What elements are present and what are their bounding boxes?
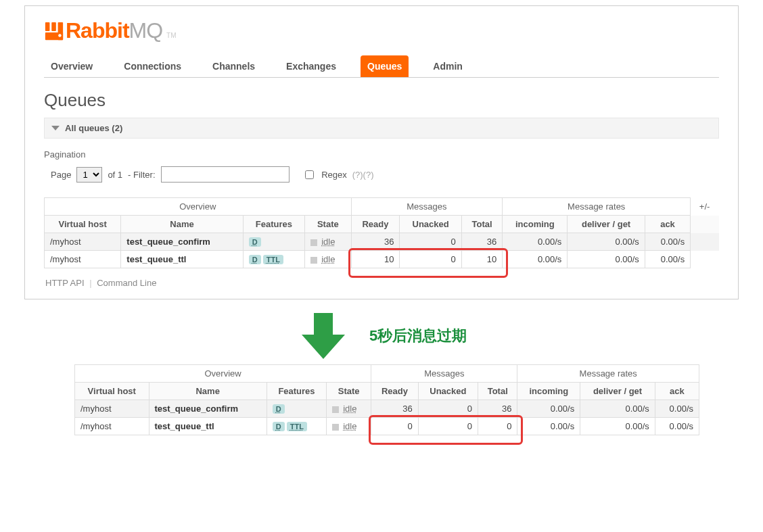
col-total[interactable]: Total (461, 216, 502, 233)
http-api-link[interactable]: HTTP API (44, 278, 86, 288)
tab-admin[interactable]: Admin (426, 55, 469, 77)
cell-vhost: /myhost (75, 400, 149, 418)
col-ack[interactable]: ack (655, 383, 699, 400)
regex-label: Regex (321, 170, 347, 180)
cell-features: DTTL (267, 418, 326, 435)
col-deliver[interactable]: deliver / get (568, 216, 645, 233)
tab-connections[interactable]: Connections (117, 55, 188, 77)
cell-ack: 0.00/s (645, 233, 690, 251)
cell-ack: 0.00/s (655, 400, 699, 418)
feature-badge: D (249, 237, 261, 247)
cell-total: 10 (461, 251, 502, 268)
page-select[interactable]: 1 (76, 167, 102, 183)
col-name[interactable]: Name (121, 216, 243, 233)
cell-features: D (267, 400, 326, 418)
state-indicator-icon (310, 257, 317, 264)
cell-state: idle (327, 418, 371, 435)
tab-channels[interactable]: Channels (206, 55, 262, 77)
logo-text: RabbitMQ (66, 18, 162, 43)
col-features: Features (243, 216, 304, 233)
queue-link[interactable]: test_queue_confirm (121, 233, 243, 251)
cell-features: DTTL (243, 251, 304, 268)
group-rates: Message rates (517, 365, 699, 383)
svg-rect-3 (58, 22, 64, 39)
cell-ready: 36 (371, 400, 419, 418)
cell-unacked: 0 (418, 418, 478, 435)
arrow-down-icon (296, 312, 350, 360)
group-rates: Message rates (503, 198, 691, 216)
logo: RabbitMQ TM (44, 18, 719, 43)
table-row: /myhosttest_queue_confirmDidle360360.00/… (45, 233, 719, 251)
col-incoming[interactable]: incoming (517, 383, 580, 400)
cell-deliver: 0.00/s (580, 418, 655, 435)
nav-tabs: Overview Connections Channels Exchanges … (44, 55, 719, 78)
chevron-down-icon (51, 126, 60, 130)
command-line-link[interactable]: Command Line (95, 278, 158, 288)
col-total[interactable]: Total (478, 383, 517, 400)
col-ready[interactable]: Ready (371, 383, 419, 400)
svg-rect-5 (314, 313, 333, 335)
state-indicator-icon (332, 406, 339, 413)
col-ready[interactable]: Ready (351, 216, 400, 233)
col-vhost[interactable]: Virtual host (45, 216, 121, 233)
page-label: Page (51, 170, 71, 180)
group-messages: Messages (371, 365, 517, 383)
table-row: /myhosttest_queue_ttlDTTLidle0000.00/s0.… (75, 418, 699, 435)
regex-help[interactable]: (?)(?) (352, 170, 374, 180)
section-toggle-all-queues[interactable]: All queues (2) (44, 118, 719, 139)
table-row: /myhosttest_queue_confirmDidle360360.00/… (75, 400, 699, 418)
section-title: All queues (2) (65, 123, 122, 133)
table-row: /myhosttest_queue_ttlDTTLidle100100.00/s… (45, 251, 719, 268)
tab-overview[interactable]: Overview (44, 55, 99, 77)
feature-badge: TTL (287, 422, 307, 431)
tab-queues[interactable]: Queues (361, 55, 409, 77)
footer-links: HTTP API | Command Line (44, 278, 719, 288)
cell-incoming: 0.00/s (517, 400, 580, 418)
queues-table-bottom: Overview Messages Message rates Virtual … (74, 364, 699, 435)
col-unacked[interactable]: Unacked (400, 216, 461, 233)
cell-ready: 10 (351, 251, 400, 268)
feature-badge: D (273, 422, 285, 431)
cell-ready: 0 (371, 418, 419, 435)
queues-table-wrap-top: Overview Messages Message rates +/- Virt… (44, 197, 719, 268)
cell-ready: 36 (351, 233, 400, 251)
filter-input[interactable] (161, 166, 290, 183)
feature-badge: TTL (263, 255, 283, 264)
tab-exchanges[interactable]: Exchanges (279, 55, 343, 77)
rabbitmq-panel: RabbitMQ TM Overview Connections Channel… (24, 5, 739, 299)
col-vhost[interactable]: Virtual host (75, 383, 149, 400)
feature-badge: D (273, 404, 285, 414)
queue-link[interactable]: test_queue_confirm (149, 400, 267, 418)
queue-link[interactable]: test_queue_ttl (121, 251, 243, 268)
cell-unacked: 0 (400, 251, 461, 268)
caption-text: 5秒后消息过期 (369, 326, 467, 346)
cell-vhost: /myhost (45, 233, 121, 251)
group-overview: Overview (75, 365, 371, 383)
col-unacked[interactable]: Unacked (418, 383, 478, 400)
columns-toggle[interactable]: +/- (691, 198, 719, 216)
col-state[interactable]: State (327, 383, 371, 400)
col-incoming[interactable]: incoming (503, 216, 568, 233)
cell-ack: 0.00/s (645, 251, 690, 268)
cell-deliver: 0.00/s (580, 400, 655, 418)
cell-vhost: /myhost (75, 418, 149, 435)
cell-incoming: 0.00/s (517, 418, 580, 435)
cell-incoming: 0.00/s (503, 233, 568, 251)
col-name[interactable]: Name (149, 383, 267, 400)
cell-unacked: 0 (400, 233, 461, 251)
cell-unacked: 0 (418, 400, 478, 418)
group-overview: Overview (45, 198, 352, 216)
cell-deliver: 0.00/s (568, 233, 645, 251)
queue-link[interactable]: test_queue_ttl (149, 418, 267, 435)
regex-checkbox[interactable] (305, 170, 314, 179)
cell-incoming: 0.00/s (503, 251, 568, 268)
cell-total: 0 (478, 418, 517, 435)
col-deliver[interactable]: deliver / get (580, 383, 655, 400)
pagination-label: Pagination (44, 149, 719, 160)
state-indicator-icon (310, 239, 317, 246)
svg-rect-0 (45, 22, 50, 30)
cell-vhost: /myhost (45, 251, 121, 268)
col-state[interactable]: State (305, 216, 351, 233)
col-ack[interactable]: ack (645, 216, 690, 233)
cell-features: D (243, 233, 304, 251)
